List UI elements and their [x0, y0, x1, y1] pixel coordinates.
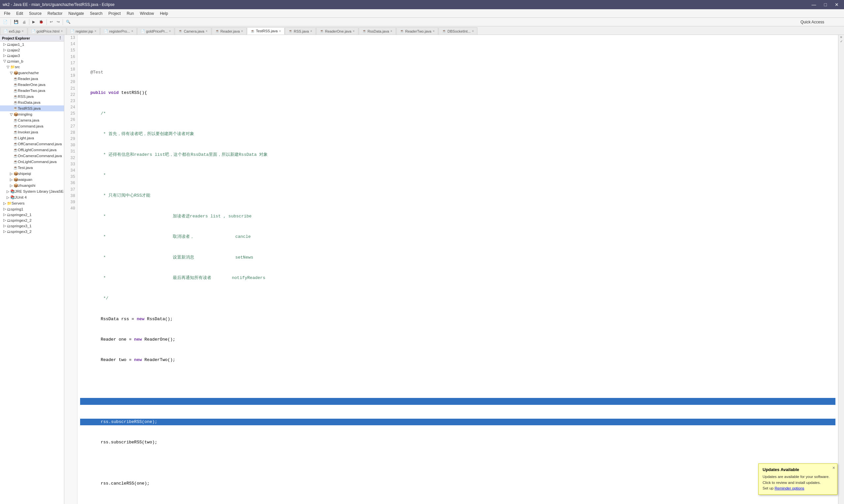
code-line-16: /*	[80, 110, 836, 117]
minimize-button[interactable]: —	[809, 1, 819, 8]
menu-edit[interactable]: Edit	[14, 10, 26, 17]
tab-testrss[interactable]: ☕ TestRSS.java ×	[247, 28, 285, 35]
close-button[interactable]: ✕	[832, 1, 841, 8]
tab-rssdata[interactable]: ☕ RssData.java ×	[359, 28, 396, 35]
outline-button[interactable]: ≡	[839, 36, 843, 38]
maximize-button[interactable]: □	[822, 1, 829, 8]
menu-run[interactable]: Run	[124, 10, 137, 17]
tree-item-mian-b[interactable]: ▽ 🗂 mian_b	[0, 58, 64, 64]
save-button[interactable]: 💾	[12, 19, 20, 25]
tab-registerpro[interactable]: 📄 registerPro... ×	[100, 28, 137, 35]
tab-reader[interactable]: ☕ Reader.java ×	[212, 28, 247, 35]
menu-refactor[interactable]: Refactor	[45, 10, 65, 17]
reminder-options-link[interactable]: Reminder options	[774, 486, 804, 490]
close-tab-icon[interactable]: ×	[472, 29, 474, 33]
ln-36: 36	[66, 180, 75, 186]
code-line-31: rss.subscribeRSS(one);	[80, 419, 836, 426]
tree-item-readerone[interactable]: ☕ ReaderOne.java	[0, 82, 64, 88]
close-tab-icon[interactable]: ×	[310, 29, 312, 33]
debug-button[interactable]: 🐞	[37, 19, 45, 25]
menu-source[interactable]: Source	[27, 10, 44, 17]
tree-item-ajax1[interactable]: ▷ 🗂 ajax1_1	[0, 41, 64, 47]
code-content[interactable]: 13 14 15 16 17 18 19 20 21 22 23 24 25 2…	[64, 35, 838, 504]
close-tab-icon[interactable]: ×	[353, 29, 355, 33]
tree-item-rss[interactable]: ☕ RSS.java	[0, 93, 64, 100]
tree-item-light[interactable]: ☕ Light.java	[0, 135, 64, 141]
tree-item-testrss[interactable]: ☕ TestRSS.java	[0, 105, 64, 111]
popup-close-button[interactable]: ×	[832, 465, 835, 470]
tree-item-invoker[interactable]: ☕ Invoker.java	[0, 129, 64, 135]
tree-item-mingling[interactable]: ▽ 📦 mingling	[0, 111, 64, 117]
ln-39: 39	[66, 199, 75, 205]
tab-goldpricepr[interactable]: 📄 goldPricePr... ×	[137, 28, 174, 35]
tree-item-jre[interactable]: ▷ 📚 JRE System Library [JavaSE-1.8]	[0, 188, 64, 194]
tree-item-command[interactable]: ☕ Command.java	[0, 123, 64, 129]
tree-item-label: guanchazhe	[18, 71, 39, 75]
tree-item-springex2-2[interactable]: ▷ 🗂 springex2_2	[0, 217, 64, 223]
search-button[interactable]: 🔍	[64, 19, 72, 25]
set-up-label: Set up	[762, 486, 774, 490]
undo-button[interactable]: ↩	[48, 19, 54, 25]
close-tab-icon[interactable]: ×	[390, 29, 392, 33]
close-tab-icon[interactable]: ×	[94, 29, 96, 33]
tab-ex5jsp[interactable]: 📄 ex5.jsp ×	[0, 28, 28, 35]
close-tab-icon[interactable]: ×	[241, 29, 243, 33]
task-button[interactable]: ✓	[839, 39, 843, 43]
line-numbers: 13 14 15 16 17 18 19 20 21 22 23 24 25 2…	[64, 35, 77, 504]
tree-item-label: Invoker.java	[18, 130, 38, 134]
close-tab-icon[interactable]: ×	[22, 29, 24, 33]
tree-item-oncamera[interactable]: ☕ OnCameraCommand.java	[0, 153, 64, 159]
tree-item-onlight[interactable]: ☕ OnLightCommand.java	[0, 159, 64, 165]
redo-button[interactable]: ↪	[55, 19, 61, 25]
tab-camera[interactable]: ☕ Camera.java ×	[175, 28, 211, 35]
tab-dbsocket[interactable]: ☕ DBSocketInt... ×	[438, 28, 477, 35]
menu-help[interactable]: Help	[157, 10, 171, 17]
menu-project[interactable]: Project	[106, 10, 123, 17]
tree-item-rssdata[interactable]: ☕ RssData.java	[0, 100, 64, 105]
menu-file[interactable]: File	[1, 10, 13, 17]
print-button[interactable]: 🖨	[21, 19, 28, 25]
tree-item-shipeiqi[interactable]: ▷ 📦 shipeiqi	[0, 170, 64, 177]
tree-item-guanchazhe[interactable]: ▽ 📦 guanchazhe	[0, 70, 64, 76]
menu-navigate[interactable]: Navigate	[66, 10, 86, 17]
tree-item-test[interactable]: ☕ Test.java	[0, 165, 64, 170]
tree-item-ajax2[interactable]: ▷ 🗂 ajax2	[0, 47, 64, 53]
tree-item-servers[interactable]: ▷ 📁 Servers	[0, 200, 64, 206]
tab-rss[interactable]: ☕ RSS.java ×	[285, 28, 316, 35]
tab-readertwo[interactable]: ☕ ReaderTwo.java ×	[396, 28, 438, 35]
tree-item-offlight[interactable]: ☕ OffLightCommand.java	[0, 147, 64, 153]
code-editor[interactable]: 13 14 15 16 17 18 19 20 21 22 23 24 25 2…	[64, 35, 838, 504]
menu-window[interactable]: Window	[137, 10, 157, 17]
tree-item-offcamera[interactable]: ☕ OffCameraCommand.java	[0, 141, 64, 147]
tab-goldprice[interactable]: 📄 goldPrice.html ×	[28, 28, 67, 35]
close-tab-icon[interactable]: ×	[169, 29, 171, 33]
tree-item-springex3-1[interactable]: ▷ 🗂 springex3_1	[0, 223, 64, 229]
menu-search[interactable]: Search	[87, 10, 105, 17]
tab-readerone[interactable]: ☕ ReaderOne.java ×	[316, 28, 358, 35]
tree-item-reader[interactable]: ☕ Reader.java	[0, 76, 64, 82]
tree-item-label: Test.java	[18, 166, 33, 170]
ln-18: 18	[66, 67, 75, 73]
code-text-area[interactable]: @Test public void testRSS(){ /* * 首先，得有读…	[77, 35, 838, 504]
tree-item-zhuangshi[interactable]: ▷ 📦 zhuangshi	[0, 182, 64, 188]
close-tab-icon[interactable]: ×	[279, 29, 281, 33]
close-tab-icon[interactable]: ×	[61, 29, 63, 33]
tree-item-label: Reader.java	[18, 77, 38, 81]
tree-item-readertwo[interactable]: ☕ ReaderTwo.java	[0, 88, 64, 93]
tree-item-src[interactable]: ▽ 📁 src	[0, 64, 64, 70]
tree-item-waiguan[interactable]: ▷ 📦 waiguan	[0, 177, 64, 182]
close-tab-icon[interactable]: ×	[206, 29, 208, 33]
tree-item-label: OnLightCommand.java	[18, 160, 57, 164]
tree-item-spring1[interactable]: ▷ 🗂 spring1	[0, 206, 64, 212]
tree-item-ajax3[interactable]: ▷ 🗂 ajax3	[0, 53, 64, 58]
run-button[interactable]: ▶	[31, 19, 37, 25]
tree-item-springex3-2[interactable]: ▷ 🗂 springex3_2	[0, 229, 64, 234]
new-button[interactable]: 📄	[1, 19, 9, 25]
java-file-icon: ☕	[13, 136, 18, 140]
tree-item-camera[interactable]: ☕ Camera.java	[0, 117, 64, 123]
tree-item-junit4[interactable]: ▷ 📚 JUnit 4	[0, 194, 64, 200]
tree-item-springex2-1[interactable]: ▷ 🗂 springex2_1	[0, 212, 64, 217]
close-tab-icon[interactable]: ×	[131, 29, 133, 33]
tab-register[interactable]: 📄 register.jsp ×	[67, 28, 100, 35]
close-tab-icon[interactable]: ×	[433, 29, 434, 33]
